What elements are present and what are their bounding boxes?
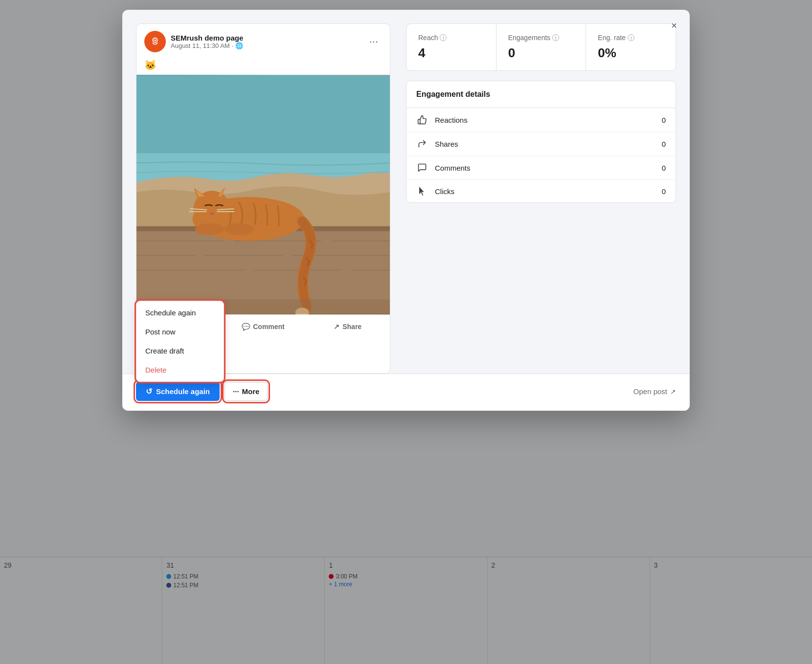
engagement-details-title: Engagement details xyxy=(406,81,676,108)
shares-icon xyxy=(416,139,428,149)
dropdown-post-now[interactable]: Post now xyxy=(136,322,224,341)
reach-metric: Reach i 4 xyxy=(406,24,496,70)
more-dots-icon: ··· xyxy=(233,387,239,396)
engagements-info-icon[interactable]: i xyxy=(552,34,559,41)
avatar xyxy=(144,31,166,52)
svg-point-22 xyxy=(195,223,225,235)
close-button[interactable]: × xyxy=(666,18,682,33)
post-more-button[interactable]: ··· xyxy=(365,33,382,50)
globe-icon: 🌐 xyxy=(235,42,243,49)
eng-rate-metric: Eng. rate i 0% xyxy=(586,24,676,70)
shares-row: Shares 0 xyxy=(406,132,676,156)
stats-metrics: Reach i 4 Engagements i 0 xyxy=(406,23,676,71)
engagements-value: 0 xyxy=(508,45,574,61)
engagement-details: Engagement details Reactions 0 xyxy=(406,81,676,203)
post-date: August 11, 11:30 AM · 🌐 xyxy=(171,42,243,49)
comment-button[interactable]: 💬 Comment xyxy=(221,319,306,334)
post-detail-modal: × xyxy=(122,10,690,411)
stats-panel: Reach i 4 Engagements i 0 xyxy=(406,23,676,374)
external-link-icon: ↗ xyxy=(670,388,676,396)
clicks-row: Clicks 0 xyxy=(406,180,676,202)
footer-left: Schedule again Post now Create draft Del… xyxy=(136,382,268,401)
reach-info-icon[interactable]: i xyxy=(440,34,447,41)
reactions-icon xyxy=(416,115,428,125)
post-header: SEMrush demo page August 11, 11:30 AM · … xyxy=(136,24,390,57)
schedule-again-icon: ↺ xyxy=(146,387,152,396)
dropdown-create-draft[interactable]: Create draft xyxy=(136,341,224,360)
clicks-label: Clicks xyxy=(435,187,662,196)
engagements-metric: Engagements i 0 xyxy=(496,24,586,70)
comments-value: 0 xyxy=(662,164,666,172)
share-icon: ↗ xyxy=(334,323,339,331)
more-button[interactable]: ··· More xyxy=(225,382,268,401)
modal-overlay: × xyxy=(0,0,812,664)
reactions-row: Reactions 0 xyxy=(406,108,676,132)
modal-footer: Schedule again Post now Create draft Del… xyxy=(122,374,690,411)
dropdown-delete[interactable]: Delete xyxy=(136,360,224,379)
comments-row: Comments 0 xyxy=(406,156,676,180)
clicks-value: 0 xyxy=(662,187,666,196)
post-page-name: SEMrush demo page xyxy=(171,34,243,42)
comments-label: Comments xyxy=(435,164,662,172)
eng-rate-value: 0% xyxy=(598,45,664,61)
schedule-again-button[interactable]: ↺ Schedule again xyxy=(136,382,220,401)
reactions-value: 0 xyxy=(662,116,666,124)
post-cat-emoji: 🐱 xyxy=(136,57,390,75)
shares-value: 0 xyxy=(662,140,666,148)
share-button[interactable]: ↗ Share xyxy=(305,319,390,334)
more-dropdown-menu: Schedule again Post now Create draft Del… xyxy=(136,301,224,382)
reactions-label: Reactions xyxy=(435,116,662,124)
post-cat-image xyxy=(136,75,390,314)
comment-icon: 💬 xyxy=(242,323,250,331)
svg-point-3 xyxy=(154,39,156,41)
comments-icon xyxy=(416,163,428,173)
svg-point-23 xyxy=(224,223,253,235)
reach-value: 4 xyxy=(418,45,484,61)
eng-rate-info-icon[interactable]: i xyxy=(628,34,634,41)
open-post-button[interactable]: Open post ↗ xyxy=(633,387,676,396)
post-image xyxy=(136,75,390,314)
avatar-logo-icon xyxy=(148,35,162,48)
shares-label: Shares xyxy=(435,140,662,148)
dropdown-schedule-again[interactable]: Schedule again xyxy=(136,303,224,322)
clicks-icon xyxy=(416,187,428,196)
